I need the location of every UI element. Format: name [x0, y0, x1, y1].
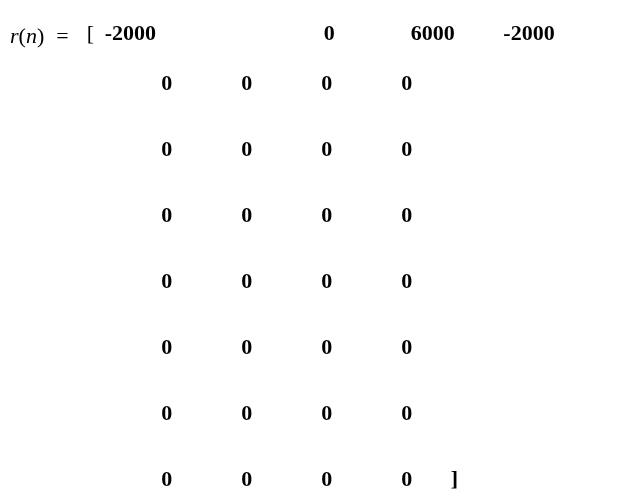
fn-arg: n [26, 23, 37, 48]
matrix-row-5: 0 0 0 0 [87, 334, 555, 400]
cell: 0 [127, 202, 207, 228]
cell: 0 [287, 70, 367, 96]
cell: 0 [287, 334, 367, 360]
equals-sign: = [50, 20, 86, 49]
cell: 0 [207, 400, 287, 426]
matrix-row-6: 0 0 0 0 [87, 400, 555, 466]
cell: 0 [127, 70, 207, 96]
cell: 0 [367, 466, 447, 492]
lhs: r(n) [10, 20, 50, 49]
cell: 0 [207, 70, 287, 96]
cell: -2000 [455, 20, 555, 46]
cell: 0 [367, 334, 447, 360]
cell: 0 [367, 202, 447, 228]
matrix-row-7: 0 0 0 0] [87, 466, 555, 500]
cell: 0 [367, 400, 447, 426]
open-bracket: [ [87, 20, 105, 46]
cell: 0 [127, 334, 207, 360]
cell: 0 [207, 136, 287, 162]
cell: 0 [287, 400, 367, 426]
cell: 0 [207, 466, 287, 492]
cell: 0 [207, 268, 287, 294]
cell: 0 [287, 136, 367, 162]
cell: 0 [287, 268, 367, 294]
matrix-row-0: [ -2000 0 6000 -2000 [87, 20, 555, 70]
cell: 0 [367, 268, 447, 294]
cell: 0 [127, 268, 207, 294]
cell: 0 [127, 136, 207, 162]
matrix-row-4: 0 0 0 0 [87, 268, 555, 334]
matrix-row-1: 0 0 0 0 [87, 70, 555, 136]
matrix: [ -2000 0 6000 -2000 0 0 0 0 0 0 0 0 0 0… [87, 20, 555, 500]
cell: 0 [287, 466, 367, 492]
matrix-row-2: 0 0 0 0 [87, 136, 555, 202]
matrix-equation: r(n) = [ -2000 0 6000 -2000 0 0 0 0 0 0 … [10, 20, 621, 500]
close-bracket: ] [447, 466, 458, 492]
cell: 0 [287, 202, 367, 228]
fn-name: r [10, 23, 19, 48]
cell: 6000 [335, 20, 455, 46]
matrix-row-3: 0 0 0 0 [87, 202, 555, 268]
cell: -2000 [105, 20, 175, 46]
cell: 0 [367, 136, 447, 162]
cell: 0 [207, 202, 287, 228]
cell: 0 [367, 70, 447, 96]
cell: 0 [127, 400, 207, 426]
cell: 0 [127, 466, 207, 492]
cell: 0 [207, 334, 287, 360]
cell: 0 [175, 20, 335, 46]
